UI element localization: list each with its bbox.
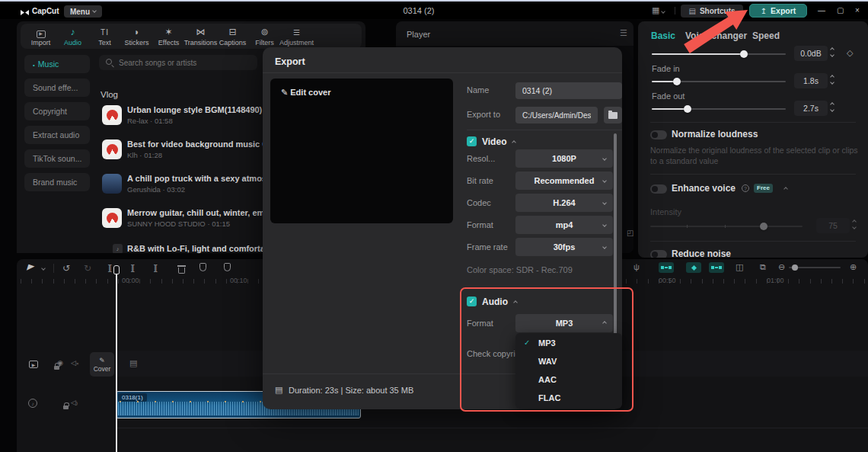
record-voiceover-mic-icon[interactable]: ψ	[633, 262, 640, 271]
split-view-icon[interactable]: ◫	[736, 262, 743, 272]
slider-knob[interactable]	[740, 50, 748, 58]
split-left-icon[interactable]: ][	[108, 264, 111, 272]
redo-icon[interactable]: ↻	[84, 263, 91, 274]
tab-speed[interactable]: Speed	[752, 30, 780, 41]
split-right-icon[interactable]: ][	[154, 264, 157, 272]
menu-option-wav[interactable]: WAV	[515, 352, 622, 370]
tool-captions[interactable]: ⊟Captions	[217, 27, 248, 46]
sidebar-item-sound-effects[interactable]: Sound effe...	[24, 79, 90, 97]
maximize-button[interactable]: ▢	[837, 6, 844, 14]
fade-in-value[interactable]: 1.8s	[794, 73, 828, 88]
zoom-in-icon[interactable]: ⊕	[850, 262, 857, 272]
select-cursor-icon[interactable]: ◤	[26, 262, 35, 274]
titlebar-divider	[675, 7, 675, 14]
delete-icon[interactable]	[178, 268, 185, 274]
preview-window-icon[interactable]: ⧉	[760, 262, 766, 272]
tool-adjustment[interactable]: ☰Adjustment	[281, 27, 312, 46]
menu-option-mp3[interactable]: ✓MP3	[515, 334, 622, 352]
sidebar-item-tiktok-sounds[interactable]: TikTok soun...	[24, 149, 90, 168]
tool-filters[interactable]: ⊚Filters	[249, 27, 280, 46]
collapse-icon[interactable]	[783, 187, 788, 191]
minimize-button[interactable]: —	[818, 6, 825, 14]
tool-stickers[interactable]: ◗Stickers	[121, 27, 152, 46]
menu-button[interactable]: Menu	[64, 5, 102, 18]
volume-value[interactable]: 0.0dB	[794, 46, 828, 61]
tab-voice-changer[interactable]: Voice changer	[685, 30, 747, 41]
cursor-mode-chevron-icon[interactable]	[41, 266, 46, 271]
fade-in-slider[interactable]	[652, 81, 786, 82]
playhead-line[interactable]	[116, 274, 117, 452]
fade-in-stepper[interactable]	[831, 75, 834, 84]
search-input[interactable]	[117, 55, 253, 70]
slider-knob[interactable]	[760, 223, 767, 230]
export-button[interactable]: ↥ Export	[749, 4, 807, 18]
timeline-zoom-slider[interactable]	[789, 267, 841, 268]
fullscreen-icon[interactable]: ◰	[627, 229, 633, 237]
normalize-loudness-toggle[interactable]	[650, 130, 667, 139]
bitrate-dropdown[interactable]: Recommended	[515, 172, 613, 190]
shortcuts-button[interactable]: ▤ Shortcuts	[681, 5, 743, 18]
lock-icon[interactable]	[63, 406, 69, 409]
tool-audio[interactable]: ♪Audio	[57, 27, 88, 46]
fade-out-stepper[interactable]	[831, 103, 834, 111]
fade-out-value[interactable]: 2.7s	[794, 101, 828, 116]
audio-format-dropdown[interactable]: MP3	[515, 314, 613, 332]
search-box[interactable]	[99, 55, 257, 70]
track-link-icon[interactable]	[709, 262, 724, 273]
sidebar-item-extract-audio[interactable]: Extract audio	[24, 126, 90, 144]
tool-effects[interactable]: ✶Effects	[153, 27, 184, 46]
volume-slider[interactable]	[652, 53, 786, 55]
zoom-out-icon[interactable]: ⊖	[778, 262, 785, 272]
resolution-dropdown[interactable]: 1080P	[515, 149, 613, 168]
sidebar-item-music[interactable]: •Music	[24, 55, 90, 73]
tool-transitions[interactable]: ⋈Transitions	[185, 27, 216, 46]
intensity-value[interactable]: 75	[816, 218, 850, 233]
collapse-icon[interactable]	[513, 300, 518, 305]
video-checkbox[interactable]: ✓	[467, 136, 477, 146]
enhance-voice-toggle[interactable]	[650, 184, 667, 194]
cover-preview[interactable]: ✎ Edit cover	[270, 79, 453, 223]
fade-out-slider[interactable]	[652, 108, 786, 110]
speaker-icon[interactable]: ◁)	[71, 399, 78, 406]
undo-icon[interactable]: ↺	[62, 263, 70, 274]
beat-marks-icon[interactable]	[686, 262, 701, 273]
export-path-input[interactable]	[515, 107, 598, 123]
intensity-stepper[interactable]	[853, 220, 856, 229]
slider-knob[interactable]	[792, 264, 798, 271]
audio-checkbox[interactable]: ✓	[467, 297, 477, 306]
layout-switch-button[interactable]: ▦	[652, 6, 665, 14]
codec-dropdown[interactable]: H.264	[515, 194, 613, 212]
edit-cover-button[interactable]: ✎ Edit cover	[281, 88, 330, 98]
sidebar-item-brand-music[interactable]: Brand music	[24, 173, 90, 191]
reduce-noise-toggle[interactable]	[650, 250, 667, 258]
browse-folder-button[interactable]	[604, 107, 622, 123]
framerate-dropdown[interactable]: 30fps	[515, 238, 613, 256]
intensity-slider[interactable]	[650, 226, 803, 227]
slider-knob[interactable]	[673, 78, 681, 85]
name-input[interactable]	[515, 82, 622, 99]
chevron-down-icon	[602, 178, 607, 183]
shield-icon[interactable]	[224, 263, 231, 271]
collapse-icon[interactable]	[512, 140, 516, 145]
mute-speaker-icon[interactable]: ◁×	[71, 359, 78, 367]
magnetic-snap-icon[interactable]	[659, 262, 674, 273]
reduce-noise-label: Reduce noise	[672, 248, 731, 258]
cover-button[interactable]: ✎ Cover	[90, 352, 114, 377]
menu-option-flac[interactable]: FLAC	[515, 389, 622, 407]
tool-import[interactable]: ▶Import	[25, 27, 56, 46]
tab-basic[interactable]: Basic	[651, 30, 675, 41]
close-button[interactable]: ×	[855, 6, 860, 14]
split-icon[interactable]: ][	[131, 264, 134, 272]
mirror-shield-icon[interactable]	[199, 263, 206, 271]
format-dropdown[interactable]: mp4	[515, 216, 613, 234]
slider-knob[interactable]	[684, 105, 691, 113]
sidebar-item-copyright[interactable]: Copyright	[24, 102, 90, 120]
volume-stepper[interactable]	[831, 48, 834, 56]
player-menu-icon[interactable]: ☰	[620, 28, 627, 38]
tool-text[interactable]: TIText	[89, 27, 120, 46]
keyframe-diamond-icon[interactable]: ◇	[847, 48, 853, 58]
dialog-scrollbar[interactable]	[614, 133, 617, 354]
help-icon[interactable]: ?	[742, 184, 749, 192]
visibility-eye-icon[interactable]: ◉	[57, 359, 63, 367]
menu-option-aac[interactable]: AAC	[515, 370, 622, 389]
